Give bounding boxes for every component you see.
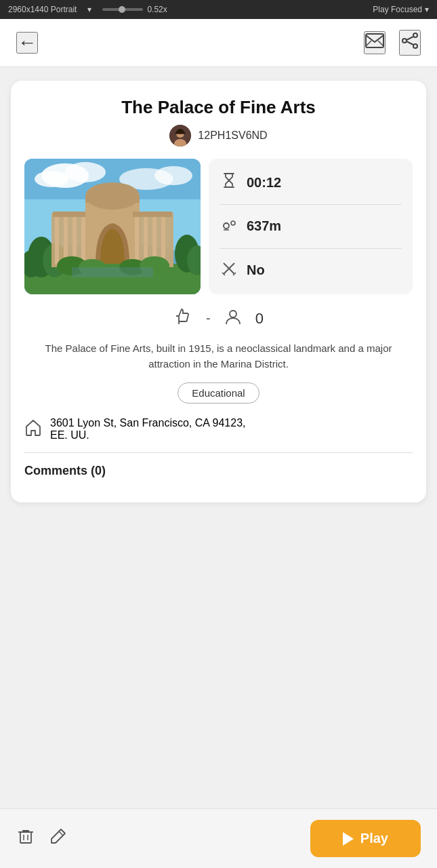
profile-icon (224, 308, 242, 330)
like-count: 0 (255, 310, 264, 328)
svg-point-46 (224, 223, 229, 229)
battle-stat: No (220, 260, 402, 281)
comments-header: Comments (0) (24, 464, 413, 478)
scale-slider[interactable] (102, 8, 143, 11)
play-focused-button[interactable]: Play Focused ▾ (373, 5, 429, 14)
svg-line-1 (366, 41, 371, 46)
svg-point-14 (65, 162, 106, 182)
edit-button[interactable] (49, 827, 68, 850)
distance-value: 637m (247, 218, 281, 234)
svg-point-47 (231, 221, 235, 225)
svg-point-52 (230, 311, 236, 317)
divider (24, 452, 413, 453)
svg-rect-31 (81, 217, 85, 264)
svg-line-2 (378, 41, 383, 46)
author-name: 12PH1SV6ND (198, 130, 267, 142)
educational-tag: Educational (178, 382, 259, 403)
hourglass-icon (220, 172, 238, 193)
card-title: The Palace of Fine Arts (24, 97, 413, 118)
pencil-icon (49, 827, 68, 846)
battle-value: No (247, 262, 265, 278)
svg-point-17 (154, 166, 192, 185)
svg-line-6 (407, 37, 413, 40)
svg-rect-45 (72, 267, 153, 277)
spacer (0, 516, 437, 808)
back-button[interactable]: ← (16, 32, 38, 54)
place-image (24, 159, 201, 294)
svg-rect-36 (133, 212, 172, 217)
author-row: 12PH1SV6ND (24, 125, 413, 146)
mail-icon (365, 33, 384, 49)
avatar (169, 125, 191, 146)
distance-stat: 637m (220, 216, 402, 237)
play-triangle-icon (343, 832, 354, 846)
svg-point-5 (413, 44, 417, 48)
main-content: ← (0, 19, 437, 868)
crossed-swords-icon (220, 260, 238, 281)
home-icon (24, 418, 42, 440)
trash-icon (16, 827, 35, 846)
svg-rect-37 (135, 217, 139, 264)
mail-button[interactable] (364, 31, 386, 54)
svg-point-4 (402, 39, 407, 43)
place-card: The Palace of Fine Arts 12PH1SV6ND (11, 81, 426, 502)
svg-rect-34 (85, 196, 140, 203)
svg-point-15 (35, 171, 68, 187)
svg-point-3 (413, 33, 417, 37)
image-stats-row: 00:12 637m (24, 159, 413, 294)
share-icon (400, 31, 419, 50)
resolution-text: 2960x1440 Portrait (8, 5, 77, 14)
address-row: 3601 Lyon St, San Francisco, CA 94123, E… (24, 417, 413, 441)
scale-dot (119, 6, 125, 13)
scale-label: ▾ (87, 5, 91, 14)
comments-section: Comments (0) (24, 464, 413, 478)
svg-rect-40 (161, 217, 165, 264)
svg-rect-38 (144, 217, 148, 264)
svg-line-57 (59, 831, 63, 835)
delete-button[interactable] (16, 827, 35, 850)
scale-control[interactable]: 0.52x (102, 5, 167, 14)
svg-line-7 (407, 41, 413, 45)
header-nav: ← (0, 19, 437, 67)
scale-value: 0.52x (147, 5, 167, 14)
play-button[interactable]: Play (310, 820, 421, 857)
tag-container: Educational (24, 382, 413, 403)
header-icons (364, 30, 421, 56)
svg-rect-0 (366, 34, 383, 47)
share-button[interactable] (399, 30, 421, 56)
like-row: - 0 (24, 307, 413, 330)
play-label: Play (360, 831, 388, 846)
description: The Palace of Fine Arts, built in 1915, … (24, 341, 413, 372)
thumbs-up-icon[interactable] (173, 307, 192, 330)
time-value: 00:12 (247, 175, 281, 191)
system-bar: 2960x1440 Portrait ▾ 0.52x Play Focused … (0, 0, 437, 19)
like-separator: - (206, 311, 211, 326)
distance-icon (220, 216, 238, 237)
bottom-bar: Play (0, 808, 437, 868)
address-text: 3601 Lyon St, San Francisco, CA 94123, E… (50, 417, 245, 441)
svg-rect-53 (20, 832, 31, 843)
time-stat: 00:12 (220, 172, 402, 193)
stats-panel: 00:12 637m (209, 159, 413, 294)
svg-rect-28 (55, 217, 59, 264)
